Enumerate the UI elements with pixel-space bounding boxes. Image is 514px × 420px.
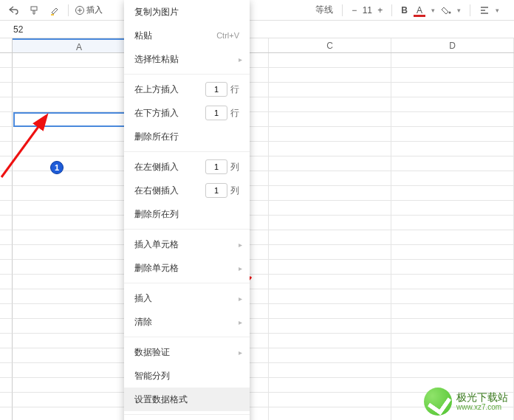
row-header[interactable] [0,216,13,230]
chevron-down-icon[interactable]: ▾ [431,7,435,14]
row-header[interactable] [0,171,13,186]
cell[interactable] [269,97,391,112]
cell[interactable] [391,260,514,275]
menu-delete-cells[interactable]: 删除单元格▸ [124,256,250,280]
row-header[interactable] [0,363,13,378]
cell[interactable] [391,348,514,363]
format-painter-icon[interactable] [25,1,43,19]
cell[interactable] [269,348,391,363]
column-header-C[interactable]: C [269,38,391,52]
cell[interactable] [391,112,514,127]
align-button[interactable] [479,5,490,16]
row-header[interactable] [0,407,13,420]
increase-font-icon[interactable]: + [377,5,383,16]
menu-clear[interactable]: 清除▸ [124,310,250,334]
cell[interactable] [269,260,391,275]
row-header[interactable] [0,186,13,201]
row-header[interactable] [0,334,13,348]
cell[interactable] [269,112,391,127]
menu-data-validation[interactable]: 数据验证▸ [124,340,250,364]
cell[interactable] [391,289,514,304]
row-header[interactable] [0,245,13,260]
cell[interactable] [391,275,514,289]
row-header[interactable] [0,53,13,68]
cell[interactable] [269,304,391,319]
chevron-down-icon[interactable]: ▾ [496,7,499,14]
fill-color-button[interactable] [441,5,451,16]
cell[interactable] [269,407,391,420]
cell[interactable] [269,393,391,407]
menu-delete-col[interactable]: 删除所在列 [124,202,250,226]
row-header[interactable] [0,289,13,304]
cell[interactable] [391,216,514,230]
menu-copy-as-image[interactable]: 复制为图片 [124,0,250,24]
cell[interactable] [391,230,514,245]
line-style-dropdown[interactable]: 等线 [315,4,333,16]
cell[interactable] [269,275,391,289]
undo-icon[interactable] [4,1,22,19]
cell[interactable] [269,201,391,216]
cell[interactable] [391,97,514,112]
menu-insert-col-left[interactable]: 在左侧插入列 [124,155,250,179]
cell[interactable] [269,142,391,156]
cell[interactable] [269,83,391,97]
cell[interactable] [269,171,391,186]
cell[interactable] [391,245,514,260]
cell[interactable] [269,289,391,304]
cell[interactable] [269,156,391,171]
row-header[interactable] [0,319,13,334]
cell[interactable] [391,53,514,68]
insert-button[interactable]: 插入 [75,4,103,16]
bold-button[interactable]: B [401,5,408,16]
cell[interactable] [269,68,391,83]
row-header[interactable] [0,393,13,407]
row-header[interactable] [0,348,13,363]
cell[interactable] [269,186,391,201]
row-header[interactable] [0,156,13,171]
row-header[interactable] [0,127,13,142]
menu-insert-row-below[interactable]: 在下方插入行 [124,101,250,125]
cell[interactable] [391,186,514,201]
cell[interactable] [391,319,514,334]
row-header[interactable] [0,304,13,319]
row-header[interactable] [0,142,13,156]
row-count-input[interactable] [205,106,227,120]
menu-insert-row-above[interactable]: 在上方插入行 [124,78,250,101]
menu-insert-cells[interactable]: 插入单元格▸ [124,233,250,256]
row-header[interactable] [0,260,13,275]
cell[interactable] [391,127,514,142]
menu-insert[interactable]: 插入▸ [124,286,250,310]
cell[interactable] [391,201,514,216]
decrease-font-icon[interactable]: − [352,5,357,16]
spreadsheet-grid[interactable]: A C D [0,38,514,420]
formula-bar[interactable]: 52 [0,21,514,38]
cell[interactable] [269,378,391,393]
cell[interactable] [269,127,391,142]
select-all-corner[interactable] [0,38,13,52]
row-header[interactable] [0,68,13,83]
cell[interactable] [391,304,514,319]
row-header[interactable] [0,275,13,289]
row-header[interactable] [0,201,13,216]
highlight-icon[interactable] [46,1,64,19]
col-count-input[interactable] [205,183,227,198]
menu-insert-col-right[interactable]: 在右侧插入列 [124,179,250,202]
row-header[interactable] [0,97,13,112]
column-header-D[interactable]: D [391,38,514,52]
cell[interactable] [269,334,391,348]
menu-delete-row[interactable]: 删除所在行 [124,125,250,148]
row-header[interactable] [0,378,13,393]
menu-paste[interactable]: 粘贴Ctrl+V [124,24,250,47]
cell[interactable] [391,68,514,83]
cell[interactable] [391,156,514,171]
cell[interactable] [391,334,514,348]
font-color-button[interactable]: A [414,5,425,16]
cell[interactable] [391,142,514,156]
cell[interactable] [269,319,391,334]
menu-paste-special[interactable]: 选择性粘贴▸ [124,47,250,71]
cell[interactable] [269,245,391,260]
chevron-down-icon[interactable]: ▾ [457,7,461,14]
cell[interactable] [391,171,514,186]
cell[interactable] [269,53,391,68]
row-header[interactable] [0,230,13,245]
